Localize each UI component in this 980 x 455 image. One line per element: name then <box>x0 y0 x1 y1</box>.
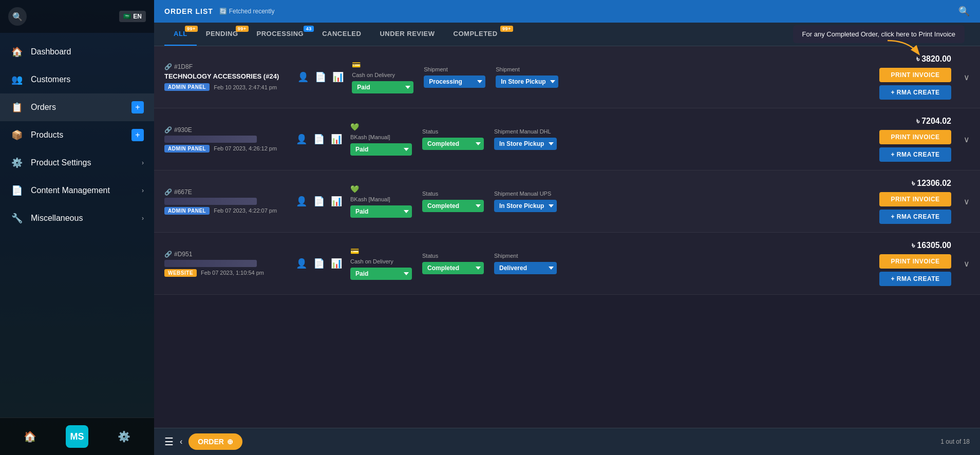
status-select-2[interactable]: Completed Processing Pending Canceled <box>422 138 484 150</box>
print-invoice-button[interactable]: PRINT INVOICE <box>879 254 951 269</box>
sidebar: 🔍 🇸🇦 EN 🏠 Dashboard 👥 Customers 📋 Orders… <box>0 0 154 455</box>
link-icon: 🔗 <box>164 63 172 70</box>
order-id: 🔗 #D951 <box>164 251 277 258</box>
status-label: Status <box>422 128 484 135</box>
add-order-bottom-button[interactable]: ORDER ⊕ <box>189 433 242 450</box>
user-icon[interactable]: 👤 <box>297 71 309 83</box>
document-icon[interactable]: 📄 <box>313 134 325 145</box>
hamburger-button[interactable]: ☰ <box>164 435 174 448</box>
payment-select-4[interactable]: Paid Unpaid <box>350 268 412 280</box>
sidebar-item-dashboard[interactable]: 🏠 Dashboard <box>0 38 154 66</box>
print-invoice-button[interactable]: PRINT INVOICE <box>879 68 951 82</box>
document-icon[interactable]: 📄 <box>313 258 325 269</box>
sidebar-search-button[interactable]: 🔍 <box>8 7 27 26</box>
sidebar-item-products[interactable]: 📦 Products + <box>0 121 154 149</box>
document-icon[interactable]: 📄 <box>313 196 325 207</box>
add-product-button[interactable]: + <box>131 129 144 141</box>
home-bottom-button[interactable]: 🏠 <box>20 426 41 447</box>
sidebar-bottom: 🏠 MS ⚙️ <box>0 418 154 455</box>
tab-under-review[interactable]: UNDER REVIEW <box>370 23 444 46</box>
status-label: Cash on Delivery <box>352 72 413 78</box>
shipment-select-3[interactable]: In Store Pickup Delivered Shipped <box>494 200 557 212</box>
orders-icon: 📋 <box>10 101 24 114</box>
settings-bottom-button[interactable]: ⚙️ <box>114 426 134 447</box>
sidebar-item-miscellaneous[interactable]: 🔧 Miscellaneous › <box>0 204 154 232</box>
tab-completed[interactable]: COMPLETED 99+ <box>444 23 512 46</box>
misc-icon: 🔧 <box>10 212 24 225</box>
content-icon: 📄 <box>10 184 24 197</box>
sidebar-item-label: Content Management <box>31 186 110 195</box>
order-name-blurred <box>164 260 257 267</box>
print-invoice-button[interactable]: PRINT INVOICE <box>879 130 951 144</box>
expand-icon[interactable]: ∨ <box>964 259 970 269</box>
bottom-left: ☰ ‹ ORDER ⊕ <box>164 433 242 450</box>
arrow-annotation <box>882 38 924 59</box>
user-icon[interactable]: 👤 <box>296 196 307 207</box>
lang-flag: 🇸🇦 <box>123 13 131 20</box>
print-invoice-button[interactable]: PRINT INVOICE <box>879 192 951 206</box>
status-field-group: Status Completed Processing Pending Canc… <box>422 191 484 212</box>
header-search-button[interactable]: 🔍 <box>958 6 970 17</box>
document-icon[interactable]: 📄 <box>315 71 326 83</box>
payment-field-group: 💳 Cash on Delivery Paid Unpaid <box>350 247 412 280</box>
status-field-group: Shipment ProcessingCompletedPendingCance… <box>424 66 485 88</box>
rma-create-button[interactable]: + RMA CREATE <box>879 272 951 286</box>
language-button[interactable]: 🇸🇦 EN <box>119 11 146 22</box>
pagination: 1 out of 18 <box>940 438 970 445</box>
shipment-select-1[interactable]: In Store Pickup Delivered Shipped <box>496 75 558 88</box>
payment-label: Cash on Delivery <box>350 258 412 264</box>
shipment-select-2[interactable]: In Store Pickup Delivered Shipped <box>494 138 557 150</box>
tab-processing[interactable]: PROCESSING 43 <box>248 23 313 46</box>
order-info: 🔗 #930E ADMIN PANEL Feb 07 2023, 4:26:12… <box>164 126 277 153</box>
chevron-right-icon: › <box>142 187 144 194</box>
expand-icon[interactable]: ∨ <box>964 135 970 144</box>
plus-icon: ⊕ <box>227 438 233 446</box>
order-tags: ADMIN PANEL Feb 07 2023, 4:22:07 pm <box>164 207 277 215</box>
status-label: Shipment <box>424 66 485 72</box>
chart-icon[interactable]: 📊 <box>331 196 342 207</box>
payment-select-1[interactable]: Paid Unpaid <box>352 81 413 93</box>
sidebar-item-customers[interactable]: 👥 Customers <box>0 66 154 93</box>
sidebar-item-label: Customers <box>31 75 70 84</box>
rma-create-button[interactable]: + RMA CREATE <box>879 147 951 162</box>
user-icon[interactable]: 👤 <box>296 134 307 145</box>
sidebar-item-product-settings[interactable]: ⚙️ Product Settings › <box>0 149 154 177</box>
payment-icon: 💳 <box>352 61 361 69</box>
main-header: ORDER LIST 🔄 Fetched recently 🔍 <box>154 0 980 23</box>
order-actions: 👤 📄 📊 <box>296 196 342 207</box>
lang-code: EN <box>133 13 142 20</box>
rma-create-button[interactable]: + RMA CREATE <box>879 85 951 100</box>
link-icon: 🔗 <box>164 188 172 196</box>
tab-all[interactable]: ALL 99+ <box>164 23 197 46</box>
shipment-select-4[interactable]: In Store Pickup Delivered Shipped <box>494 262 557 274</box>
home-icon: 🏠 <box>10 45 24 59</box>
tab-canceled[interactable]: CANCELED <box>313 23 370 46</box>
sidebar-item-orders[interactable]: 📋 Orders + <box>0 93 154 121</box>
status-select-4[interactable]: Completed Processing Pending Canceled <box>422 262 484 274</box>
tab-pending[interactable]: PENDING 99+ <box>197 23 248 46</box>
total-amount: ৳ 16305.00 <box>879 241 951 250</box>
user-icon[interactable]: 👤 <box>296 258 307 269</box>
add-order-button[interactable]: + <box>131 101 144 113</box>
back-button[interactable]: ‹ <box>180 437 182 446</box>
link-icon: 🔗 <box>164 126 172 134</box>
expand-icon[interactable]: ∨ <box>964 72 970 82</box>
status-select-1[interactable]: ProcessingCompletedPendingCanceled <box>424 75 485 88</box>
sidebar-item-content-management[interactable]: 📄 Content Management › <box>0 177 154 204</box>
table-row: 🔗 #1D8F TECHNOLOGY ACCESSORIES (#24) ADM… <box>154 46 980 108</box>
chart-icon[interactable]: 📊 <box>332 71 344 83</box>
source-tag: ADMIN PANEL <box>164 207 210 215</box>
chart-icon[interactable]: 📊 <box>331 258 342 269</box>
payment-select-3[interactable]: Paid Unpaid <box>350 205 412 218</box>
source-tag: ADMIN PANEL <box>164 83 210 91</box>
expand-icon[interactable]: ∨ <box>964 197 970 206</box>
status-select-3[interactable]: Completed Processing Pending Canceled <box>422 200 484 212</box>
order-total: ৳ 12306.02 PRINT INVOICE + RMA CREATE <box>879 179 951 224</box>
payment-select-2[interactable]: Paid Unpaid <box>350 143 412 156</box>
chart-icon[interactable]: 📊 <box>331 134 342 145</box>
order-date: Feb 07 2023, 4:26:12 pm <box>214 145 277 151</box>
rma-create-button[interactable]: + RMA CREATE <box>879 210 951 224</box>
tabs-bar: ALL 99+ PENDING 99+ PROCESSING 43 CANCEL… <box>154 23 980 46</box>
fetched-status: 🔄 Fetched recently <box>219 8 275 15</box>
chevron-right-icon: › <box>142 159 144 166</box>
